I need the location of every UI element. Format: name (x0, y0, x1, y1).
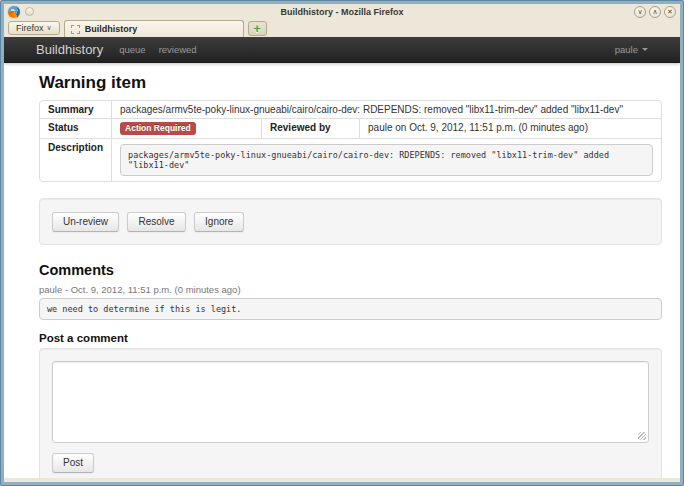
comment-input[interactable] (52, 361, 649, 443)
resize-grip-icon[interactable] (638, 432, 646, 440)
user-name: paule (615, 44, 638, 55)
textarea-wrap (52, 361, 649, 443)
summary-value: packages/armv5te-poky-linux-gnueabi/cair… (111, 101, 661, 118)
user-dropdown[interactable]: paule (615, 44, 648, 55)
post-comment-heading: Post a comment (39, 332, 662, 344)
nav-link-queue[interactable]: queue (119, 44, 145, 55)
caret-down-icon (642, 48, 648, 51)
ignore-button[interactable]: Ignore (194, 212, 244, 232)
description-cell: packages/armv5te-poky-linux-gnueabi/cair… (111, 138, 661, 181)
firefox-icon (8, 6, 20, 18)
favicon-placeholder-icon (71, 25, 80, 34)
status-label: Status (40, 118, 111, 138)
tab-buildhistory[interactable]: Buildhistory (64, 20, 244, 37)
window-inner: Buildhistory - Mozilla Firefox ∨ ∧ ✕ Fir… (4, 4, 680, 482)
reviewed-by-label: Reviewed by (261, 118, 359, 138)
comment-body: we need to determine if this is legit. (39, 298, 662, 320)
description-label: Description (40, 138, 111, 181)
reviewed-by-value: paule on Oct. 9, 2012, 11:51 p.m. (0 min… (359, 118, 661, 138)
comments-heading: Comments (39, 262, 662, 278)
page-content: Warning item Summary packages/armv5te-po… (4, 63, 680, 478)
firefox-menu-label: Firefox (16, 23, 44, 33)
un-review-button[interactable]: Un-review (52, 212, 119, 232)
tab-strip: Firefox ∨ Buildhistory + (4, 19, 680, 37)
chevron-down-icon: ∨ (47, 24, 52, 32)
table-row-summary: Summary packages/armv5te-poky-linux-gnue… (40, 101, 661, 118)
status-badge: Action Required (120, 122, 196, 135)
post-comment-well: Post (39, 348, 662, 478)
table-row-status: Status Action Required Reviewed by paule… (40, 118, 661, 138)
resolve-button[interactable]: Resolve (127, 212, 185, 232)
details-table: Summary packages/armv5te-poky-linux-gnue… (40, 101, 661, 181)
window-controls: ∨ ∧ ✕ (634, 6, 676, 18)
navbar-brand[interactable]: Buildhistory (36, 42, 103, 57)
firefox-window: Buildhistory - Mozilla Firefox ∨ ∧ ✕ Fir… (0, 0, 684, 486)
firefox-menu-button[interactable]: Firefox ∨ (8, 21, 60, 35)
plus-icon: + (253, 24, 261, 34)
tab-label: Buildhistory (85, 24, 138, 34)
site-navbar: Buildhistory queue reviewed paule (4, 37, 680, 63)
comment-meta: paule - Oct. 9, 2012, 11:51 p.m. (0 minu… (39, 284, 662, 295)
table-row-description: Description packages/armv5te-poky-linux-… (40, 138, 661, 181)
container: Warning item Summary packages/armv5te-po… (4, 63, 680, 478)
close-button[interactable]: ✕ (664, 6, 676, 18)
nav-link-reviewed[interactable]: reviewed (159, 44, 197, 55)
browser-viewport: Buildhistory queue reviewed paule Warnin… (4, 37, 680, 478)
window-bottom-frame (4, 478, 680, 482)
description-code: packages/armv5te-poky-linux-gnueabi/cair… (120, 144, 653, 176)
maximize-button[interactable]: ∧ (649, 6, 661, 18)
actions-well: Un-review Resolve Ignore (39, 198, 662, 245)
details-table-wrap: Summary packages/armv5te-poky-linux-gnue… (39, 100, 662, 182)
new-tab-button[interactable]: + (248, 21, 267, 36)
minimize-button[interactable]: ∨ (634, 6, 646, 18)
window-title: Buildhistory - Mozilla Firefox (4, 7, 680, 17)
status-badge-cell: Action Required (111, 118, 261, 138)
summary-label: Summary (40, 101, 111, 118)
titlebar-circle-button[interactable] (25, 7, 34, 16)
page-title: Warning item (39, 73, 662, 93)
post-button[interactable]: Post (52, 453, 94, 473)
titlebar: Buildhistory - Mozilla Firefox ∨ ∧ ✕ (4, 4, 680, 19)
